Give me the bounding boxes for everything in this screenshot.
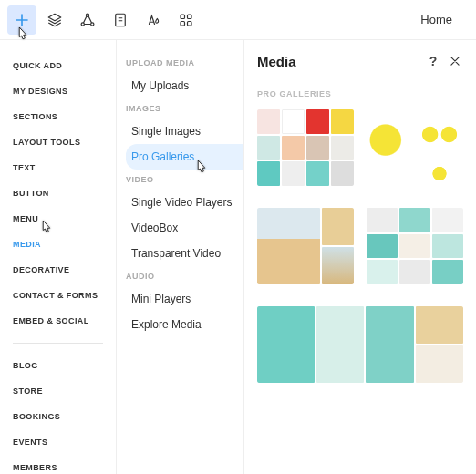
sidebar-item-bookings[interactable]: BOOKINGS <box>13 404 116 429</box>
connections-button[interactable] <box>73 5 102 35</box>
svg-rect-7 <box>188 21 192 26</box>
page-icon <box>112 12 129 28</box>
sidebar-item-sections[interactable]: SECTIONS <box>13 104 116 129</box>
close-button[interactable] <box>447 53 463 69</box>
apps-button[interactable] <box>171 5 201 35</box>
gallery-template[interactable] <box>367 208 463 284</box>
mid-group-head: AUDIO <box>126 272 243 281</box>
svg-point-0 <box>86 14 88 16</box>
close-icon <box>449 55 461 67</box>
mid-group-head: VIDEO <box>126 175 243 184</box>
help-icon: ? <box>429 54 438 68</box>
sidebar-item-button[interactable]: BUTTON <box>13 180 116 206</box>
sidebar-item-store[interactable]: STORE <box>13 378 116 404</box>
gallery-template[interactable] <box>257 109 354 186</box>
gallery-row <box>257 306 463 383</box>
sidebar-item-text[interactable]: TEXT <box>13 155 116 180</box>
pages-button[interactable] <box>106 5 135 35</box>
mid-group-head: IMAGES <box>126 104 243 113</box>
grid-icon <box>178 12 194 28</box>
gallery-row <box>257 208 463 284</box>
sidebar-item-embed-social[interactable]: EMBED & SOCIAL <box>13 308 116 334</box>
svg-rect-3 <box>116 14 126 26</box>
sidebar-item-menu[interactable]: MENU <box>13 206 116 232</box>
layers-icon <box>47 12 63 28</box>
svg-rect-4 <box>181 15 185 19</box>
gallery-template[interactable] <box>257 306 463 383</box>
sidebar-divider <box>13 343 103 344</box>
sidebar-item-events[interactable]: EVENTS <box>13 429 116 455</box>
sidebar-item-blog[interactable]: BLOG <box>13 353 116 378</box>
gallery-template[interactable] <box>367 109 463 186</box>
middle-panel: UPLOAD MEDIAMy UploadsIMAGESSingle Image… <box>117 40 244 474</box>
mid-item-mini-players[interactable]: Mini Players <box>126 286 243 312</box>
right-panel: Media ? PRO GALLERIES <box>244 40 476 474</box>
sidebar-item-my-designs[interactable]: MY DESIGNS <box>13 78 116 104</box>
plus-icon <box>14 12 30 28</box>
sidebar-item-decorative[interactable]: DECORATIVE <box>13 257 116 283</box>
svg-rect-5 <box>188 15 192 19</box>
drop-text-icon <box>145 12 161 28</box>
topbar: Home <box>0 0 476 40</box>
mid-item-videobox[interactable]: VideoBox <box>126 215 243 241</box>
svg-point-2 <box>91 22 94 25</box>
right-header: Media ? <box>244 40 476 77</box>
sidebar-item-quick-add[interactable]: QUICK ADD <box>13 53 116 78</box>
sidebar-item-members[interactable]: MEMBERS <box>13 455 116 474</box>
section-label: PRO GALLERIES <box>257 89 463 98</box>
design-button[interactable] <box>139 5 168 35</box>
sidebar-item-contact-forms[interactable]: CONTACT & FORMS <box>13 283 116 308</box>
topbar-icons <box>7 5 201 35</box>
add-button[interactable] <box>7 5 36 35</box>
mid-item-single-video-players[interactable]: Single Video Players <box>126 190 243 215</box>
gallery-template[interactable] <box>257 208 354 284</box>
network-icon <box>79 12 96 28</box>
layers-button[interactable] <box>40 5 69 35</box>
mid-item-explore-media[interactable]: Explore Media <box>126 312 243 337</box>
sidebar-item-media[interactable]: MEDIA <box>13 232 116 257</box>
gallery-row <box>257 109 463 186</box>
left-sidebar: QUICK ADDMY DESIGNSSECTIONSLAYOUT TOOLST… <box>0 40 117 474</box>
svg-rect-6 <box>181 21 185 26</box>
svg-point-1 <box>81 22 84 25</box>
mid-item-transparent-video[interactable]: Transparent Video <box>126 241 243 266</box>
mid-item-pro-galleries[interactable]: Pro Galleries <box>126 144 243 170</box>
mid-item-single-images[interactable]: Single Images <box>126 118 243 144</box>
right-body: PRO GALLERIES <box>244 77 476 474</box>
sidebar-item-layout-tools[interactable]: LAYOUT TOOLS <box>13 129 116 155</box>
home-link[interactable]: Home <box>404 13 469 26</box>
mid-group-head: UPLOAD MEDIA <box>126 58 243 67</box>
help-button[interactable]: ? <box>425 53 441 69</box>
mid-item-my-uploads[interactable]: My Uploads <box>126 73 243 98</box>
panel-title: Media <box>257 54 419 69</box>
